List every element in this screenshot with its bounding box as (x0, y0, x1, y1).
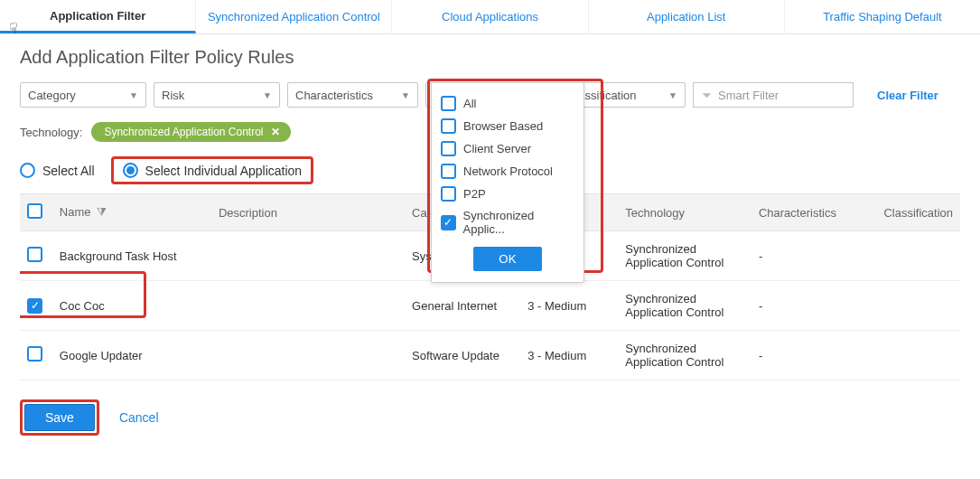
cell-class (876, 231, 960, 281)
cell-technology: Synchronized Application Control (618, 231, 751, 281)
tab-label: Synchronized Application Control (208, 10, 380, 23)
tech-option-network-protocol[interactable]: Network Protocol (441, 160, 574, 183)
table-row[interactable]: Host Process for Windows Services System… (20, 380, 960, 393)
filter-row: Category ▼ Risk ▼ Characteristics ▼ Tech… (20, 82, 960, 108)
filter-chip-technology[interactable]: Synchronized Application Control ✕ (91, 122, 290, 142)
cell-char: - (751, 380, 876, 393)
cell-name: Coc Coc (52, 281, 211, 331)
cell-name: Background Task Host (52, 231, 211, 281)
cell-category: Software Update (405, 331, 520, 380)
table-row[interactable]: ✓ Coc Coc General Internet 3 - Medium Sy… (20, 281, 960, 331)
tech-option-client-server[interactable]: Client Server (441, 137, 574, 160)
chevron-down-icon: ▼ (668, 90, 677, 100)
funnel-icon: ⏷ (701, 89, 713, 102)
cell-description (211, 331, 405, 380)
dropdown-label: Risk (162, 89, 184, 102)
close-icon[interactable]: ✕ (271, 126, 280, 138)
tab-label: Application Filter (50, 9, 145, 23)
cell-char: - (751, 231, 876, 281)
save-button[interactable]: Save (24, 404, 95, 431)
tab-label: Application List (647, 10, 725, 23)
col-technology[interactable]: Technology (618, 194, 751, 231)
footer-actions: Save Cancel (0, 392, 980, 445)
checkbox[interactable] (441, 141, 456, 156)
cell-description (211, 231, 405, 281)
cell-description (211, 281, 405, 331)
tab-application-filter[interactable]: Application Filter (0, 0, 196, 33)
col-checkbox (20, 194, 52, 231)
tech-option-p2p[interactable]: P2P (441, 183, 574, 205)
cell-risk: 3 - Medium (520, 281, 618, 331)
tab-label: Cloud Applications (442, 10, 538, 23)
tab-label: Traffic Shaping Default (823, 10, 942, 23)
radio-icon (20, 163, 35, 178)
row-checkbox[interactable] (27, 247, 42, 262)
col-classification[interactable]: Classification (876, 194, 960, 231)
checkbox-checked[interactable]: ✓ (441, 215, 456, 230)
cell-name: Host Process for Windows Services (52, 380, 211, 393)
chip-text: Synchronized Application Control (104, 126, 263, 138)
header-checkbox[interactable] (27, 203, 42, 219)
cell-technology: Synchronized Application Control (618, 380, 751, 393)
cell-category: General Internet (405, 281, 520, 331)
checkbox[interactable] (441, 96, 456, 111)
radio-select-all[interactable]: Select All (20, 163, 95, 178)
option-label: Client Server (463, 142, 531, 155)
chevron-down-icon: ▼ (401, 90, 410, 100)
tech-option-sync-app[interactable]: ✓Synchronized Applic... (441, 205, 574, 240)
cell-class (876, 380, 960, 393)
cell-technology: Synchronized Application Control (618, 331, 751, 380)
cell-category: System Applications (405, 380, 520, 393)
cell-technology: Synchronized Application Control (618, 281, 751, 331)
option-label: Browser Based (463, 119, 543, 133)
chevron-down-icon: ▼ (129, 90, 138, 100)
row-checkbox-checked[interactable]: ✓ (27, 298, 42, 314)
col-characteristics[interactable]: Characteristics (751, 194, 876, 231)
radio-icon-checked (123, 163, 138, 178)
clear-filter-link[interactable]: Clear Filter (877, 89, 938, 102)
cell-class (876, 281, 960, 331)
checkbox[interactable] (441, 118, 456, 134)
cell-char: - (751, 331, 876, 380)
chip-label: Technology: (20, 126, 82, 139)
technology-popup: All Browser Based Client Server Network … (431, 82, 584, 283)
col-description[interactable]: Description (211, 194, 405, 231)
cancel-link[interactable]: Cancel (119, 410, 159, 425)
funnel-icon[interactable]: ⧩ (97, 205, 107, 219)
dropdown-characteristics[interactable]: Characteristics ▼ (287, 82, 418, 108)
dropdown-label: Category (28, 89, 76, 102)
option-label: All (463, 97, 476, 110)
checkbox[interactable] (441, 164, 456, 179)
option-label: Synchronized Applic... (463, 209, 574, 236)
tab-cloud-applications[interactable]: Cloud Applications (392, 0, 588, 33)
col-name[interactable]: Name⧩ (52, 194, 211, 231)
tech-option-all[interactable]: All (441, 92, 574, 115)
tab-bar: Application Filter Synchronized Applicat… (0, 0, 980, 34)
cell-name: Google Updater (52, 331, 211, 380)
smart-filter-placeholder: Smart Filter (718, 89, 779, 102)
table-row[interactable]: Google Updater Software Update 3 - Mediu… (20, 331, 960, 380)
chevron-down-icon: ▼ (263, 90, 272, 100)
tech-option-browser[interactable]: Browser Based (441, 115, 574, 137)
radio-select-individual[interactable]: Select Individual Application (111, 156, 314, 184)
pointer-cursor-icon: ☟ (9, 20, 18, 37)
dropdown-risk[interactable]: Risk ▼ (154, 82, 280, 108)
option-label: Network Protocol (463, 164, 553, 178)
cell-class (876, 331, 960, 380)
ok-button[interactable]: OK (473, 247, 541, 271)
radio-label: Select All (42, 164, 95, 178)
cell-description (211, 380, 405, 393)
checkbox[interactable] (441, 186, 456, 202)
cell-char: - (751, 281, 876, 331)
dropdown-category[interactable]: Category ▼ (20, 82, 146, 108)
tab-traffic-shaping[interactable]: Traffic Shaping Default (785, 0, 980, 33)
col-name-label: Name (60, 205, 91, 219)
tab-application-list[interactable]: Application List (589, 0, 785, 33)
cell-risk: 3 - Medium (520, 380, 618, 393)
page-title: Add Application Filter Policy Rules (20, 47, 960, 68)
row-checkbox[interactable] (27, 346, 42, 362)
radio-label: Select Individual Application (145, 164, 303, 178)
tab-sync-app-control[interactable]: Synchronized Application Control (196, 0, 392, 33)
smart-filter-input[interactable]: ⏷ Smart Filter (693, 82, 854, 108)
option-label: P2P (463, 187, 486, 201)
